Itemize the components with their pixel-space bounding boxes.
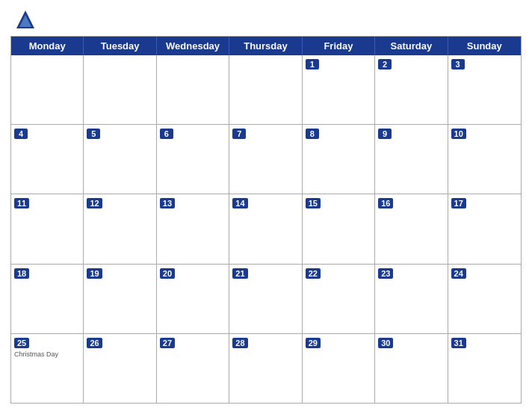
day-cell: 28 [229, 334, 302, 403]
day-cell: 1 [303, 55, 375, 124]
week-row-4: 18192021222324 [11, 264, 521, 333]
day-number: 21 [232, 268, 247, 279]
week-row-2: 45678910 [11, 124, 521, 194]
week-row-3: 11121314151617 [11, 194, 521, 263]
day-cell: 16 [375, 194, 448, 263]
day-number: 23 [378, 268, 393, 279]
day-cell: 21 [229, 265, 302, 333]
day-cell: 30 [375, 334, 448, 403]
day-number: 4 [14, 129, 28, 139]
day-number: 22 [306, 268, 321, 279]
day-number: 31 [451, 338, 466, 348]
day-number: 15 [306, 198, 321, 208]
day-cell: 23 [375, 265, 448, 333]
day-number: 27 [160, 338, 175, 348]
day-cell: 9 [375, 125, 448, 194]
day-number: 7 [232, 129, 246, 139]
day-number: 25 [14, 338, 29, 348]
day-number: 13 [160, 198, 175, 208]
header [10, 7, 522, 31]
day-cell: 18 [11, 265, 84, 333]
day-cell: 25Christmas Day [11, 334, 84, 403]
day-cell [229, 55, 302, 124]
day-cell [84, 55, 156, 124]
day-number: 26 [87, 338, 102, 348]
week-row-1: 123 [11, 55, 521, 124]
day-number: 10 [451, 129, 466, 139]
day-cell: 12 [84, 194, 156, 263]
day-cell: 24 [448, 265, 521, 333]
day-cell: 17 [448, 194, 521, 263]
day-cell [11, 55, 84, 124]
day-header-saturday: Saturday [375, 37, 448, 55]
day-cell: 7 [229, 125, 302, 194]
day-number: 12 [87, 198, 102, 208]
week-row-5: 25Christmas Day262728293031 [11, 333, 521, 403]
day-cell: 5 [84, 125, 156, 194]
day-number: 1 [306, 59, 319, 69]
day-number: 9 [378, 129, 392, 139]
day-cell: 26 [84, 334, 156, 403]
day-cell: 22 [303, 265, 375, 333]
day-cell: 29 [303, 334, 375, 403]
day-cell: 10 [448, 125, 521, 194]
generalblue-logo-icon [13, 7, 37, 31]
day-headers-row: MondayTuesdayWednesdayThursdayFridaySatu… [11, 37, 521, 55]
day-number: 11 [14, 198, 29, 208]
day-cell: 11 [11, 194, 84, 263]
day-number: 5 [87, 129, 100, 139]
day-number: 30 [378, 338, 393, 348]
day-cell [157, 55, 229, 124]
weeks-container: 1234567891011121314151617181920212223242… [11, 55, 521, 403]
day-number: 3 [451, 59, 465, 69]
day-cell: 4 [11, 125, 84, 194]
day-cell: 27 [157, 334, 229, 403]
day-number: 19 [87, 268, 102, 279]
calendar-page: MondayTuesdayWednesdayThursdayFridaySatu… [0, 0, 532, 411]
day-number: 24 [451, 268, 466, 279]
holiday-label: Christmas Day [14, 350, 80, 358]
day-cell: 8 [303, 125, 375, 194]
day-number: 18 [14, 268, 29, 279]
day-header-friday: Friday [303, 37, 375, 55]
calendar-grid: MondayTuesdayWednesdayThursdayFridaySatu… [10, 36, 522, 404]
day-header-tuesday: Tuesday [84, 37, 156, 55]
day-cell: 2 [375, 55, 448, 124]
day-number: 8 [306, 129, 319, 139]
day-header-sunday: Sunday [448, 37, 521, 55]
day-cell: 14 [229, 194, 302, 263]
day-number: 2 [378, 59, 392, 69]
day-number: 28 [232, 338, 247, 348]
day-cell: 31 [448, 334, 521, 403]
day-header-monday: Monday [11, 37, 84, 55]
day-number: 14 [232, 198, 247, 208]
day-cell: 13 [157, 194, 229, 263]
logo [13, 7, 40, 31]
day-cell: 19 [84, 265, 156, 333]
day-cell: 6 [157, 125, 229, 194]
day-number: 29 [306, 338, 321, 348]
day-number: 16 [378, 198, 393, 208]
day-cell: 3 [448, 55, 521, 124]
day-cell: 15 [303, 194, 375, 263]
day-number: 6 [160, 129, 173, 139]
day-number: 17 [451, 198, 466, 208]
day-number: 20 [160, 268, 175, 279]
day-header-wednesday: Wednesday [157, 37, 229, 55]
day-cell: 20 [157, 265, 229, 333]
day-header-thursday: Thursday [229, 37, 302, 55]
